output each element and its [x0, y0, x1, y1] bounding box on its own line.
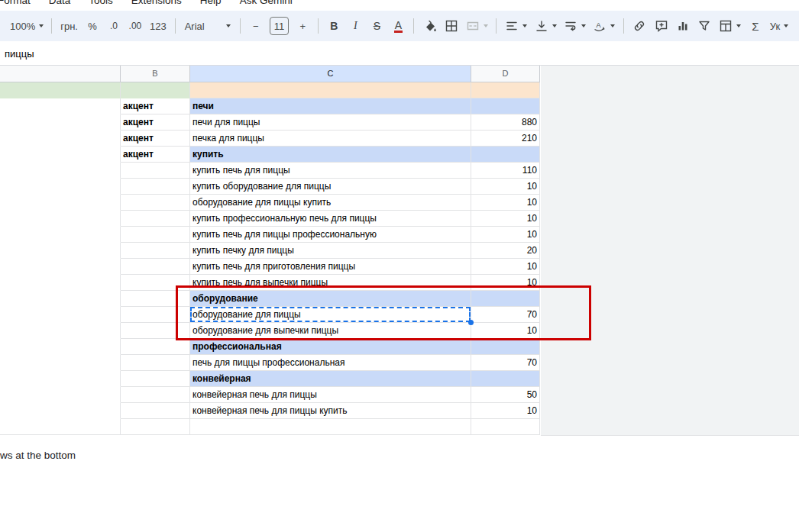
strikethrough-button[interactable]: S	[367, 15, 387, 37]
cell-d9[interactable]: 10	[471, 211, 540, 227]
cell-d18[interactable]: 70	[471, 355, 540, 371]
currency-format-button[interactable]: грн.	[57, 15, 81, 37]
cell-c17[interactable]: профессиональная	[190, 339, 471, 355]
menu-tools[interactable]: Tools	[89, 0, 113, 8]
cell-d13[interactable]: 10	[471, 275, 540, 291]
cell-a8[interactable]	[0, 195, 121, 211]
table-button[interactable]	[716, 15, 743, 37]
cell-b16[interactable]	[121, 323, 190, 339]
cell-b19[interactable]	[121, 371, 190, 387]
cell-d17[interactable]	[471, 339, 540, 355]
cell-d5[interactable]	[471, 147, 540, 163]
cell-a19[interactable]	[0, 371, 121, 387]
cell-a11[interactable]	[0, 243, 121, 259]
cell-c3[interactable]: печи для пиццы	[190, 114, 471, 131]
cell-a5[interactable]	[0, 147, 121, 163]
cell-a7[interactable]	[0, 179, 121, 195]
custom-menu-button[interactable]: Ук	[767, 15, 791, 37]
menu-data[interactable]: Data	[49, 0, 71, 8]
menu-extensions[interactable]: Extensions	[131, 0, 182, 8]
cell-d8[interactable]: 10	[471, 195, 540, 211]
cell-c14[interactable]: оборудование	[190, 291, 471, 307]
cell-c4[interactable]: печка для пиццы	[190, 131, 471, 147]
cell-c20[interactable]: конвейерная печь для пиццы	[190, 387, 471, 403]
cell-c16[interactable]: оборудование для выпечки пиццы	[190, 323, 471, 339]
horizontal-align-button[interactable]	[502, 15, 529, 37]
cell-c1[interactable]	[190, 82, 471, 98]
cell-b3[interactable]: акцент	[121, 114, 190, 131]
cell-c9[interactable]: купить профессиональную печь для пиццы	[190, 211, 471, 227]
decrease-font-size-button[interactable]: −	[246, 15, 266, 37]
decrease-decimal-button[interactable]: .0	[104, 15, 124, 37]
cell-a12[interactable]	[0, 259, 121, 275]
insert-chart-button[interactable]	[673, 15, 693, 37]
column-header-d[interactable]: D	[471, 66, 540, 82]
more-formats-button[interactable]: 123	[147, 15, 170, 37]
cell-c13[interactable]: купить печь для выпечки пиццы	[190, 275, 471, 291]
cell-a13[interactable]	[0, 275, 121, 291]
cell-a17[interactable]	[0, 339, 121, 355]
cell-c8[interactable]: оборудование для пиццы купить	[190, 195, 471, 211]
insert-comment-button[interactable]	[651, 15, 671, 37]
merge-cells-button[interactable]	[463, 15, 490, 37]
italic-button[interactable]: I	[345, 15, 365, 37]
cell-a6[interactable]	[0, 163, 121, 179]
cell-c7[interactable]: купить оборудование для пиццы	[190, 179, 471, 195]
cell-d6[interactable]: 110	[471, 163, 540, 179]
cell-c19[interactable]: конвейерная	[190, 371, 471, 387]
fill-color-button[interactable]	[419, 15, 439, 37]
cell-d12[interactable]: 10	[471, 259, 540, 275]
cell-c11[interactable]: купить печку для пиццы	[190, 243, 471, 259]
cell-a18[interactable]	[0, 355, 121, 371]
column-header-b[interactable]: B	[121, 66, 190, 82]
cell-b17[interactable]	[121, 339, 190, 355]
cell-b14[interactable]	[121, 291, 190, 307]
cell-c15[interactable]: оборудование для пиццы	[190, 307, 471, 323]
cell-c6[interactable]: купить печь для пиццы	[190, 163, 471, 179]
cell-c18[interactable]: печь для пиццы профессиональная	[190, 355, 471, 371]
cell-d11[interactable]: 20	[471, 243, 540, 259]
font-family-control[interactable]: Arial	[181, 15, 235, 37]
cell-b13[interactable]	[121, 275, 190, 291]
cell-b22[interactable]	[121, 419, 190, 435]
increase-font-size-button[interactable]: +	[293, 15, 312, 37]
cell-b5[interactable]: акцент	[121, 147, 190, 163]
cell-b20[interactable]	[121, 387, 190, 403]
cell-d16[interactable]: 10	[471, 323, 540, 339]
cell-b1[interactable]	[121, 82, 190, 98]
text-rotation-button[interactable]: A	[590, 15, 618, 37]
cell-b8[interactable]	[121, 195, 190, 211]
cell-b9[interactable]	[121, 211, 190, 227]
cell-c5[interactable]: купить	[190, 147, 471, 163]
text-color-button[interactable]: A	[388, 15, 408, 37]
cell-a10[interactable]	[0, 227, 121, 243]
cell-a2[interactable]	[0, 98, 121, 114]
borders-button[interactable]	[442, 15, 461, 37]
cell-a22[interactable]	[0, 419, 121, 435]
cell-b7[interactable]	[121, 179, 190, 195]
cell-d15[interactable]: 70	[471, 307, 540, 323]
cell-d14[interactable]	[471, 291, 540, 307]
column-header-c[interactable]: C	[190, 66, 471, 82]
cell-d7[interactable]: 10	[471, 179, 540, 195]
cell-d20[interactable]: 50	[471, 387, 540, 403]
zoom-control[interactable]: 100%	[8, 15, 46, 37]
increase-decimal-button[interactable]: .00	[125, 15, 145, 37]
bold-button[interactable]: B	[324, 15, 344, 37]
cell-d22[interactable]	[471, 419, 540, 435]
menu-format[interactable]: Format	[0, 0, 31, 8]
cell-d1[interactable]	[471, 82, 540, 98]
cell-b10[interactable]	[121, 227, 190, 243]
cell-b21[interactable]	[121, 403, 190, 419]
cell-a9[interactable]	[0, 211, 121, 227]
cell-d3[interactable]: 880	[471, 114, 540, 131]
cell-a15[interactable]	[0, 307, 121, 323]
cell-a21[interactable]	[0, 403, 121, 419]
cell-c21[interactable]: конвейерная печь для пиццы купить	[190, 403, 471, 419]
cell-c2[interactable]: печи	[190, 98, 471, 114]
menu-ask-gemini[interactable]: Ask Gemini	[240, 0, 293, 8]
menu-help[interactable]: Help	[200, 0, 222, 8]
cell-b4[interactable]: акцент	[121, 131, 190, 147]
cell-a14[interactable]	[0, 291, 121, 307]
cell-c22[interactable]	[190, 419, 471, 435]
